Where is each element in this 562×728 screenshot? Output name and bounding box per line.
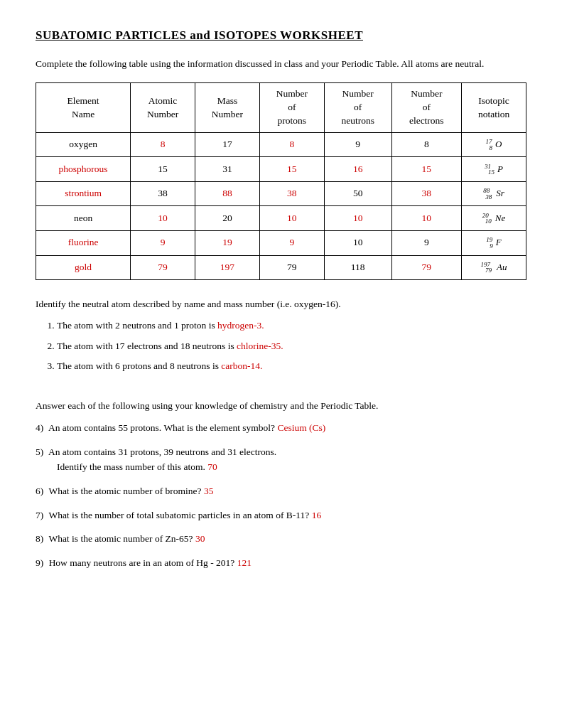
- cell-protons: 9: [259, 230, 324, 255]
- question-text: The atom with 2 neutrons and 1 proton is: [57, 320, 217, 331]
- cell-neutrons: 9: [324, 132, 391, 157]
- answer-block-7: 7) What is the number of total subatomic…: [36, 508, 526, 523]
- cell-atomic: 38: [131, 181, 195, 206]
- question-text: An atom contains 31 protons, 39 neutrons…: [48, 446, 276, 457]
- cell-mass: 20: [195, 206, 260, 231]
- cell-electrons: 38: [391, 181, 462, 206]
- page-title: SUBATOMIC PARTICLES and ISOTOPES WORKSHE…: [36, 28, 526, 43]
- intro-text: Complete the following table using the i…: [36, 57, 526, 71]
- question-text: An atom contains 55 protons. What is the…: [48, 422, 278, 433]
- table-row: neon 10 20 10 10 10 2010Ne: [36, 206, 526, 231]
- cell-element-name: oxygen: [36, 132, 131, 157]
- cell-protons: 10: [259, 206, 324, 231]
- list-item: The atom with 2 neutrons and 1 proton is…: [57, 318, 526, 333]
- cell-protons: 8: [259, 132, 324, 157]
- cell-protons: 15: [259, 157, 324, 182]
- cell-notation: 19779Au: [462, 255, 526, 280]
- cell-mass: 19: [195, 230, 260, 255]
- question-text: What is the atomic number of Zn-65?: [48, 533, 195, 544]
- table-row: phosphorous 15 31 15 16 15 3115P: [36, 157, 526, 182]
- cell-mass: 88: [195, 181, 260, 206]
- cell-element-name: neon: [36, 206, 131, 231]
- col-header-notation: Isotopicnotation: [462, 83, 526, 133]
- answer-text: 70: [207, 461, 217, 472]
- answer-text: Cesium (Cs): [277, 422, 325, 433]
- cell-atomic: 10: [131, 206, 195, 231]
- cell-element-name: gold: [36, 255, 131, 280]
- answer-block-6: 6) What is the atomic number of bromine?…: [36, 483, 526, 499]
- cell-neutrons: 10: [324, 230, 391, 255]
- question-text: How many neutrons are in an atom of Hg -…: [49, 557, 237, 568]
- question-text: What is the number of total subatomic pa…: [48, 510, 311, 520]
- cell-electrons: 10: [391, 206, 462, 231]
- answer-text: chlorine-35.: [237, 341, 283, 351]
- question-text-cont: Identify the mass number of this atom.: [57, 461, 207, 472]
- cell-protons: 79: [259, 255, 324, 280]
- question-number: 7): [36, 510, 43, 520]
- section3-intro: Answer each of the following using your …: [36, 399, 526, 413]
- table-header-row: ElementName AtomicNumber MassNumber Numb…: [36, 83, 526, 133]
- question-text: The atom with 6 protons and 8 neutrons i…: [57, 360, 221, 371]
- answer-text: 35: [204, 486, 214, 496]
- col-header-electrons: Numberofelectrons: [391, 83, 462, 133]
- question-text: The atom with 17 electrons and 18 neutro…: [57, 341, 237, 351]
- cell-notation: 8838Sr: [462, 181, 526, 206]
- cell-protons: 38: [259, 181, 324, 206]
- question-number: 5): [36, 446, 43, 457]
- section2-intro: Identify the neutral atom described by n…: [36, 297, 526, 311]
- cell-atomic: 9: [131, 230, 195, 255]
- answer-block-5: 5) An atom contains 31 protons, 39 neutr…: [36, 444, 526, 475]
- answer-text: hydrogen-3.: [217, 320, 264, 331]
- answer-text: 121: [237, 557, 252, 568]
- cell-neutrons: 16: [324, 157, 391, 182]
- cell-notation: 178O: [462, 132, 526, 157]
- answer-text: carbon-14.: [221, 360, 262, 371]
- cell-notation: 3115P: [462, 157, 526, 182]
- cell-notation: 2010Ne: [462, 206, 526, 231]
- cell-element-name: fluorine: [36, 230, 131, 255]
- answer-text: 16: [312, 510, 322, 520]
- cell-atomic: 8: [131, 132, 195, 157]
- question-number: 8): [36, 533, 43, 544]
- cell-electrons: 15: [391, 157, 462, 182]
- answer-text: 30: [195, 533, 205, 544]
- element-table: ElementName AtomicNumber MassNumber Numb…: [36, 82, 526, 280]
- section2-questions: The atom with 2 neutrons and 1 proton is…: [57, 318, 526, 373]
- table-row: strontium 38 88 38 50 38 8838Sr: [36, 181, 526, 206]
- col-header-protons: Numberofprotons: [259, 83, 324, 133]
- cell-atomic: 79: [131, 255, 195, 280]
- table-row: fluorine 9 19 9 10 9 199F: [36, 230, 526, 255]
- table-row: gold 79 197 79 118 79 19779Au: [36, 255, 526, 280]
- col-header-mass: MassNumber: [195, 83, 260, 133]
- cell-neutrons: 118: [324, 255, 391, 280]
- answer-block-9: 9) How many neutrons are in an atom of H…: [36, 555, 526, 571]
- question-number: 4): [36, 422, 43, 433]
- col-header-atomic: AtomicNumber: [131, 83, 195, 133]
- list-item: The atom with 6 protons and 8 neutrons i…: [57, 359, 526, 373]
- cell-notation: 199F: [462, 230, 526, 255]
- cell-electrons: 9: [391, 230, 462, 255]
- cell-element-name: strontium: [36, 181, 131, 206]
- cell-electrons: 8: [391, 132, 462, 157]
- list-item: The atom with 17 electrons and 18 neutro…: [57, 339, 526, 353]
- answer-block-4: 4) An atom contains 55 protons. What is …: [36, 420, 526, 436]
- table-row: oxygen 8 17 8 9 8 178O: [36, 132, 526, 157]
- col-header-neutrons: Numberofneutrons: [324, 83, 391, 133]
- col-header-element: ElementName: [36, 83, 131, 133]
- cell-mass: 31: [195, 157, 260, 182]
- question-number: 9): [36, 557, 43, 568]
- cell-mass: 17: [195, 132, 260, 157]
- cell-atomic: 15: [131, 157, 195, 182]
- cell-neutrons: 10: [324, 206, 391, 231]
- question-number: 6): [36, 486, 43, 496]
- answer-block-8: 8) What is the atomic number of Zn-65? 3…: [36, 531, 526, 547]
- cell-mass: 197: [195, 255, 260, 280]
- cell-electrons: 79: [391, 255, 462, 280]
- question-text: What is the atomic number of bromine?: [48, 486, 204, 496]
- cell-neutrons: 50: [324, 181, 391, 206]
- cell-element-name: phosphorous: [36, 157, 131, 182]
